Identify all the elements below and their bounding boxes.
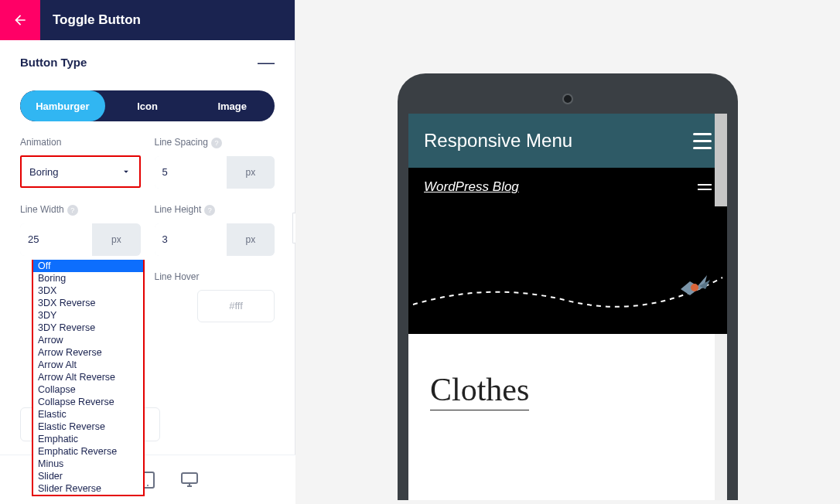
line-width-label: Line Width bbox=[20, 204, 64, 215]
wp-blog-hamburger[interactable] bbox=[698, 184, 712, 190]
animation-option[interactable]: Slider bbox=[33, 470, 143, 482]
line-height-label: Line Height bbox=[155, 204, 202, 215]
animation-option[interactable]: Arrow Alt Reverse bbox=[33, 371, 143, 383]
line-height-unit: px bbox=[227, 223, 275, 256]
help-icon[interactable]: ? bbox=[211, 138, 222, 148]
segment-hamburger[interactable]: Hamburger bbox=[20, 90, 105, 121]
device-desktop-button[interactable] bbox=[176, 467, 203, 493]
responsive-menu-title: Responsive Menu bbox=[424, 130, 572, 152]
back-button[interactable] bbox=[0, 0, 40, 40]
line-width-unit: px bbox=[92, 223, 140, 256]
phone-screen: Responsive Menu WordPress Blog bbox=[408, 114, 727, 500]
chevron-down-icon bbox=[121, 166, 131, 177]
animation-option[interactable]: 3DY bbox=[33, 309, 143, 322]
animation-option[interactable]: Emphatic bbox=[33, 433, 143, 445]
animation-option[interactable]: Arrow bbox=[33, 334, 143, 346]
animation-select[interactable]: Boring bbox=[20, 155, 141, 188]
line-width-field[interactable] bbox=[20, 223, 92, 256]
page-content: Clothes bbox=[408, 334, 727, 410]
phone-frame: Responsive Menu WordPress Blog bbox=[398, 73, 738, 500]
wp-blog-bar: WordPress Blog bbox=[408, 168, 727, 206]
animation-option[interactable]: Slider Reverse bbox=[33, 482, 143, 495]
bird-icon bbox=[676, 272, 710, 300]
animation-option[interactable]: Collapse Reverse bbox=[33, 396, 143, 408]
live-preview-pane: Responsive Menu WordPress Blog bbox=[295, 0, 840, 504]
animation-option[interactable]: 3DY Reverse bbox=[33, 322, 143, 334]
sidebar-header: Toggle Button bbox=[0, 0, 295, 40]
animation-option[interactable]: Off bbox=[33, 260, 143, 272]
page-heading: Clothes bbox=[430, 371, 529, 410]
desktop-icon bbox=[181, 472, 198, 488]
line-spacing-field[interactable] bbox=[155, 156, 227, 189]
segment-image[interactable]: Image bbox=[190, 90, 275, 121]
help-icon[interactable]: ? bbox=[204, 205, 215, 216]
header-title: Toggle Button bbox=[53, 12, 141, 28]
hamburger-line-icon bbox=[693, 140, 712, 142]
hamburger-line-icon bbox=[693, 147, 712, 149]
hero-image bbox=[408, 206, 727, 334]
animation-option[interactable]: 3DX Reverse bbox=[33, 297, 143, 309]
line-spacing-unit: px bbox=[227, 156, 275, 189]
svg-point-5 bbox=[691, 284, 698, 291]
collapse-icon: — bbox=[258, 57, 275, 68]
line-spacing-input: px bbox=[155, 156, 275, 189]
line-hover-label: Line Hover bbox=[155, 271, 275, 282]
phone-camera-icon bbox=[562, 94, 573, 104]
animation-option[interactable]: Collapse bbox=[33, 383, 143, 396]
responsive-menu-bar: Responsive Menu bbox=[408, 114, 727, 168]
hamburger-line-icon bbox=[698, 184, 712, 186]
animation-select-value: Boring bbox=[29, 166, 59, 178]
animation-option[interactable]: Emphatic Reverse bbox=[33, 445, 143, 458]
svg-point-3 bbox=[147, 485, 149, 486]
animation-option[interactable]: Minus bbox=[33, 458, 143, 470]
line-height-field[interactable] bbox=[155, 223, 227, 256]
hamburger-line-icon bbox=[698, 189, 712, 190]
section-button-type-head[interactable]: Button Type — bbox=[0, 40, 295, 84]
animation-option[interactable]: Elastic bbox=[33, 408, 143, 421]
animation-label: Animation bbox=[20, 137, 141, 148]
wp-blog-title[interactable]: WordPress Blog bbox=[424, 179, 519, 195]
hamburger-line-icon bbox=[693, 133, 712, 135]
animation-option[interactable]: Elastic Reverse bbox=[33, 421, 143, 433]
section-title: Button Type bbox=[20, 56, 87, 69]
line-hover-field[interactable]: #fff bbox=[197, 290, 275, 322]
button-type-segments: Hamburger Icon Image bbox=[20, 90, 275, 121]
arrow-left-icon bbox=[12, 12, 28, 28]
segment-icon[interactable]: Icon bbox=[105, 90, 190, 121]
responsive-menu-hamburger[interactable] bbox=[693, 133, 712, 149]
line-width-input: px bbox=[20, 223, 141, 256]
line-height-input: px bbox=[155, 223, 275, 256]
help-icon[interactable]: ? bbox=[67, 205, 78, 216]
animation-option[interactable]: Arrow Reverse bbox=[33, 346, 143, 359]
line-spacing-label: Line Spacing bbox=[155, 137, 208, 148]
animation-dropdown-list[interactable]: OffBoring3DX3DX Reverse3DY3DY ReverseArr… bbox=[32, 260, 145, 496]
animation-option[interactable]: Boring bbox=[33, 272, 143, 284]
animation-option[interactable]: 3DX bbox=[33, 284, 143, 297]
svg-rect-4 bbox=[182, 473, 197, 483]
animation-option[interactable]: Arrow Alt bbox=[33, 359, 143, 371]
